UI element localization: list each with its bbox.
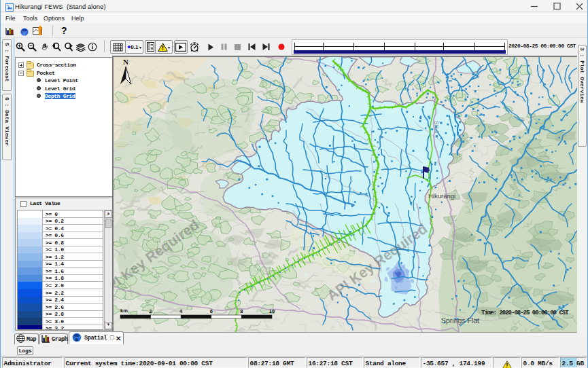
- svg-text:km: km: [120, 308, 128, 314]
- svg-text:SH 1: SH 1: [433, 121, 440, 134]
- svg-text:Time: 2020-08-25 00:00:00 CST: Time: 2020-08-25 00:00:00 CST: [481, 310, 569, 316]
- svg-text:8: 8: [240, 308, 243, 314]
- svg-text:10: 10: [269, 308, 275, 314]
- svg-text:Springs Flat: Springs Flat: [441, 316, 479, 325]
- svg-text:Hikurangi: Hikurangi: [428, 192, 455, 200]
- svg-text:N: N: [123, 58, 128, 66]
- svg-text:2: 2: [150, 308, 152, 314]
- svg-text:6: 6: [210, 308, 213, 314]
